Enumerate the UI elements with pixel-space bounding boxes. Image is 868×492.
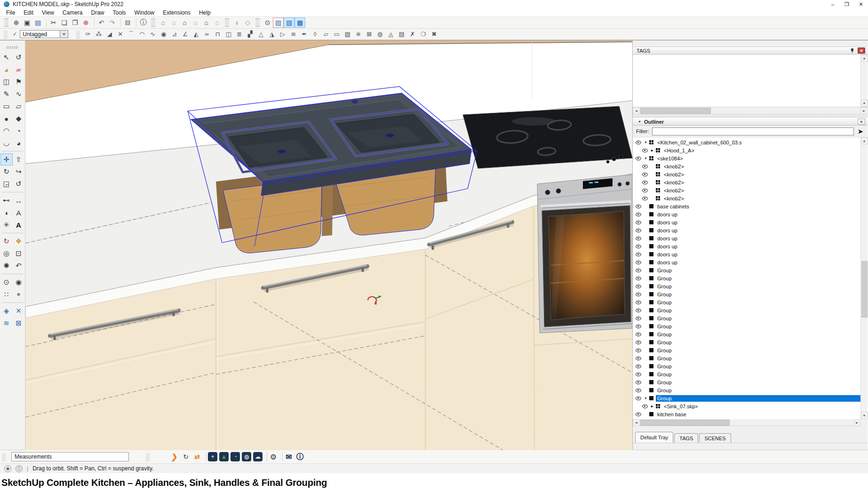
menu-item[interactable]: Camera <box>58 9 87 16</box>
plugin-tool-icon[interactable]: ▭ <box>331 29 342 40</box>
visibility-eye-icon[interactable] <box>635 347 642 353</box>
visibility-eye-icon[interactable] <box>635 155 642 161</box>
tag-dropdown-button[interactable] <box>60 30 68 38</box>
toolbar-icon[interactable]: ⊕ <box>11 17 22 28</box>
panel-divider[interactable] <box>633 114 868 118</box>
visibility-eye-icon[interactable] <box>635 243 642 249</box>
plugin-tool-icon[interactable]: ⊿ <box>169 29 180 40</box>
plugin-icon[interactable]: ⇄ <box>192 452 202 462</box>
outliner-row[interactable]: Group <box>633 282 860 290</box>
outliner-row[interactable]: Group <box>633 298 860 306</box>
plugin-tool-icon[interactable]: ◉ <box>158 29 169 40</box>
palette-tool[interactable]: ∿ <box>13 88 25 100</box>
plugin-tool-icon[interactable]: △ <box>255 29 266 40</box>
outliner-close-button[interactable]: × <box>858 119 865 125</box>
plugin-tool-icon[interactable]: ≃ <box>201 29 212 40</box>
visibility-eye-icon[interactable] <box>635 315 642 321</box>
palette-tool[interactable]: ⇧ <box>13 153 25 166</box>
palette-tool[interactable]: ❖ <box>13 235 25 247</box>
plugin-tool-icon[interactable]: ✑ <box>82 29 93 40</box>
toolbar-icon[interactable]: ▣ <box>22 17 32 28</box>
status-icon[interactable]: ⓘ <box>16 465 23 472</box>
plugin-tool-icon[interactable]: ▷ <box>277 29 288 40</box>
palette-tool[interactable]: ● <box>0 112 13 125</box>
toolbar-icon[interactable]: ⌂ <box>158 17 168 28</box>
visibility-eye-icon[interactable] <box>635 203 642 209</box>
toolbar-icon[interactable]: ▨ <box>273 17 284 28</box>
outliner-row[interactable]: Group <box>633 394 860 402</box>
palette-tool[interactable]: A <box>13 206 25 219</box>
toolbar-icon[interactable]: ♁ <box>231 17 242 28</box>
plugin-tool-icon[interactable]: ∿ <box>147 29 158 40</box>
visibility-eye-icon[interactable] <box>642 403 648 409</box>
outliner-row[interactable]: doors up <box>633 226 860 234</box>
expand-arrow-icon[interactable] <box>643 397 648 400</box>
plugin-tool-icon[interactable]: ⊠ <box>364 29 374 40</box>
visibility-eye-icon[interactable] <box>635 411 642 417</box>
palette-tool[interactable]: ◖ <box>0 206 13 219</box>
outliner-row[interactable]: Group <box>633 338 860 346</box>
active-tag-field[interactable]: Untagged <box>20 30 60 38</box>
model-viewport[interactable] <box>25 40 632 450</box>
palette-tool[interactable]: ◈ <box>0 305 13 317</box>
toolbar-icon[interactable]: ↷ <box>107 17 118 28</box>
maximize-button[interactable]: ❐ <box>840 0 854 8</box>
visibility-eye-icon[interactable] <box>642 171 648 177</box>
palette-tool[interactable]: ↺ <box>13 51 25 63</box>
pin-icon[interactable] <box>850 48 855 54</box>
toolbar-icon[interactable]: ◇ <box>242 17 253 28</box>
close-button[interactable]: ✕ <box>854 0 868 8</box>
palette-tool[interactable]: ↪ <box>13 166 25 178</box>
palette-tool[interactable]: ▰ <box>13 63 25 76</box>
palette-tool[interactable] <box>0 149 25 153</box>
plugin-tool-icon[interactable]: ▱ <box>320 29 331 40</box>
scroll-right-icon[interactable]: ► <box>853 419 860 426</box>
toolbar-icon[interactable]: ▧ <box>284 17 295 28</box>
visibility-eye-icon[interactable] <box>635 275 642 281</box>
outliner-row[interactable]: <knob2> <box>633 186 860 194</box>
palette-tool[interactable]: ↻ <box>0 166 13 178</box>
visibility-eye-icon[interactable] <box>635 363 642 369</box>
visibility-eye-icon[interactable] <box>635 331 642 337</box>
scroll-up-icon[interactable]: ▲ <box>861 137 868 144</box>
scroll-left-icon[interactable]: ◄ <box>633 419 640 426</box>
plugin-tool-icon[interactable]: ◮ <box>266 29 277 40</box>
outliner-row[interactable]: doors up <box>633 234 860 242</box>
tray-tab[interactable]: TAGS <box>674 433 698 443</box>
expand-arrow-icon[interactable] <box>650 149 655 152</box>
palette-tool[interactable]: ⊷ <box>0 194 13 206</box>
palette-tool[interactable] <box>0 301 25 305</box>
menu-item[interactable]: Tools <box>109 9 130 16</box>
scroll-right-icon[interactable]: ► <box>860 107 868 114</box>
outliner-row[interactable]: Group <box>633 370 860 378</box>
toolbar-grip[interactable] <box>2 452 6 461</box>
palette-tool[interactable]: ✺ <box>0 260 13 272</box>
palette-tool[interactable]: ◕ <box>0 63 13 76</box>
toolbar-icon[interactable]: ❐ <box>70 17 80 28</box>
palette-tool[interactable]: ⚑ <box>13 76 25 88</box>
scroll-up-icon[interactable]: ▲ <box>861 55 868 62</box>
palette-tool[interactable] <box>0 272 25 276</box>
palette-tool[interactable]: ⊙ <box>0 276 13 288</box>
toolbar-icon[interactable] <box>4 18 8 27</box>
outliner-row[interactable]: Group <box>633 386 860 394</box>
outliner-row[interactable]: <Hood_1_A> <box>633 146 860 154</box>
plugin-icon[interactable]: ⚙ <box>268 452 279 462</box>
palette-tool[interactable]: ▭ <box>0 100 13 112</box>
outliner-row[interactable]: <knob2> <box>633 170 860 178</box>
plugin-tool-icon[interactable]: ◭ <box>191 29 201 40</box>
plugin-tool-icon[interactable]: ✗ <box>407 29 418 40</box>
toolbar-icon[interactable]: ⌂ <box>179 17 190 28</box>
visibility-eye-icon[interactable] <box>635 323 642 329</box>
visibility-eye-icon[interactable] <box>635 371 642 377</box>
plugin-tool-icon[interactable]: ∠ <box>180 29 191 40</box>
tags-vertical-scrollbar[interactable]: ▲ ▼ <box>860 55 868 107</box>
menu-item[interactable]: Window <box>130 9 159 16</box>
plugin-tool-icon[interactable]: ✕ <box>115 29 126 40</box>
visibility-eye-icon[interactable] <box>635 339 642 345</box>
outliner-row[interactable]: Group <box>633 266 860 274</box>
palette-tool[interactable]: ≋ <box>0 317 13 329</box>
toolbar-icon[interactable]: ▤ <box>32 17 43 28</box>
palette-tool[interactable]: ◲ <box>0 178 13 190</box>
toolbar-icon[interactable]: ⊙ <box>262 17 273 28</box>
